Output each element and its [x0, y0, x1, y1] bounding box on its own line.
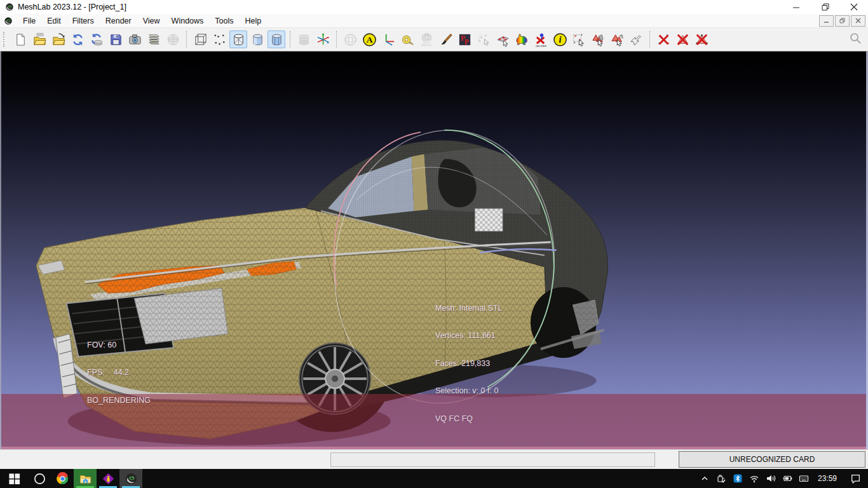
close-button[interactable] — [839, 0, 868, 14]
select-vertices-button[interactable] — [570, 30, 588, 48]
reload-all-meshes-icon — [90, 32, 104, 47]
tray-wifi-button[interactable] — [746, 469, 763, 488]
viewport-3d[interactable]: FOV: 60 FPS: 44.2 BO_RENDERING Mesh: Int… — [0, 51, 868, 449]
world-axes-icon — [316, 32, 330, 47]
menu-edit[interactable]: Edit — [41, 15, 67, 27]
georeferencing-button[interactable]: GEOREF — [532, 30, 550, 48]
point-picking-button[interactable] — [475, 30, 492, 48]
taskbar-meshlab-button[interactable] — [119, 469, 142, 488]
render-smooth-button[interactable] — [248, 30, 266, 48]
select-connected-button[interactable] — [627, 30, 645, 48]
menu-file[interactable]: File — [17, 15, 41, 27]
restore-icon — [822, 3, 829, 11]
show-layer-dialog-button[interactable] — [145, 30, 163, 48]
toolbar-separator — [336, 31, 337, 48]
hud-render-info: FOV: 60 FPS: 44.2 BO_RENDERING — [87, 322, 151, 424]
restore-button[interactable] — [811, 0, 839, 14]
save-snapshot-button[interactable] — [126, 30, 144, 48]
render-wireframe-button[interactable] — [229, 30, 247, 48]
progress-placeholder — [330, 452, 655, 467]
taskbar-purple-app-button[interactable] — [97, 469, 119, 488]
delete-faces-and-vertices-icon — [695, 32, 709, 47]
z-painting-icon — [438, 32, 453, 47]
quality-mapper-button[interactable] — [513, 30, 531, 48]
quality-mapper-icon — [515, 32, 529, 47]
meshlab-icon — [125, 472, 138, 485]
search-button[interactable] — [848, 31, 862, 48]
z-painting-button[interactable] — [437, 30, 454, 48]
show-trackball-icon — [343, 32, 358, 47]
hud-fps: FPS: 44.2 — [87, 368, 151, 377]
toolbar-drag-handle[interactable] — [3, 32, 8, 47]
mdi-restore-button[interactable] — [835, 15, 850, 27]
window-controls — [782, 0, 868, 14]
select-faces-rect-button[interactable] — [589, 30, 607, 48]
taskbar-file-explorer-button[interactable] — [74, 469, 97, 488]
minimize-button[interactable] — [782, 0, 811, 14]
menu-windows[interactable]: Windows — [166, 15, 210, 27]
new-empty-project-button[interactable] — [11, 30, 29, 48]
taskbar-apps — [0, 469, 142, 488]
select-faces-icon — [610, 32, 625, 47]
tray-power-button[interactable] — [779, 469, 796, 488]
windows-taskbar: 23:59 — [0, 469, 868, 488]
render-points-icon — [212, 32, 227, 47]
show-trackball-button[interactable] — [341, 30, 359, 48]
show-layer-dialog-icon — [147, 32, 161, 47]
menu-view[interactable]: View — [137, 15, 166, 27]
picked-points-button[interactable]: PP — [456, 30, 473, 48]
text-annotation-button[interactable]: A — [360, 30, 378, 48]
select-faces-button[interactable] — [608, 30, 626, 48]
mdi-close-button[interactable] — [851, 15, 865, 27]
mdi-restore-icon — [839, 18, 845, 24]
corner-axes-button[interactable] — [379, 30, 397, 48]
reload-mesh-button[interactable] — [69, 30, 86, 48]
render-texture-icon — [297, 32, 311, 47]
open-project-button[interactable] — [31, 30, 48, 48]
world-axes-button[interactable] — [314, 30, 332, 48]
hud-faces: Faces: 219,833 — [435, 359, 503, 369]
action-center-button[interactable] — [843, 469, 868, 488]
delete-selected-faces-button[interactable] — [674, 30, 691, 48]
tray-usb-button[interactable] — [713, 469, 729, 488]
tray-chevron-button[interactable] — [696, 469, 713, 488]
measuring-tool-button[interactable] — [398, 30, 416, 48]
mesh-info-button[interactable]: i — [551, 30, 569, 48]
hud-mesh-info: Mesh: Internal.STL Vertices: 111,661 Fac… — [435, 285, 503, 442]
taskbar-search-circle-button[interactable] — [28, 469, 51, 488]
tray-power-icon — [782, 473, 792, 484]
raster-alignment-button[interactable]: RasterAlignment — [417, 30, 435, 48]
menu-render[interactable]: Render — [100, 15, 137, 27]
render-bbox-button[interactable] — [191, 30, 209, 48]
menu-help[interactable]: Help — [240, 15, 268, 27]
delete-selected-vertices-button[interactable] — [654, 30, 672, 48]
alignment-tool-button[interactable] — [494, 30, 512, 48]
mesh-info-icon: i — [553, 32, 567, 47]
open-raster-button[interactable] — [164, 30, 182, 48]
mdi-close-icon — [855, 18, 861, 24]
point-picking-icon — [477, 32, 491, 47]
menu-bar: FileEditFiltersRenderViewWindowsToolsHel… — [0, 14, 868, 28]
taskbar-clock[interactable]: 23:59 — [812, 474, 843, 483]
menu-tools[interactable]: Tools — [209, 15, 239, 27]
delete-faces-and-vertices-button[interactable] — [693, 30, 710, 48]
select-vertices-icon — [572, 32, 587, 47]
menu-filters[interactable]: Filters — [67, 15, 100, 27]
hud-vertices: Vertices: 111,661 — [435, 331, 503, 341]
mdi-minimize-button[interactable] — [819, 15, 834, 27]
tray-bluetooth-button[interactable] — [729, 469, 746, 488]
import-mesh-button[interactable] — [50, 30, 67, 48]
render-points-button[interactable] — [210, 30, 228, 48]
mdi-document-icon — [4, 17, 13, 25]
tray-keyboard-button[interactable] — [796, 469, 812, 488]
tray-volume-button[interactable] — [763, 469, 779, 488]
taskbar-chrome-button[interactable] — [51, 469, 74, 488]
svg-text:GEOREF: GEOREF — [535, 44, 546, 46]
import-mesh-icon — [51, 32, 66, 47]
render-flat-button[interactable] — [268, 30, 285, 48]
render-texture-button[interactable] — [295, 30, 313, 48]
reload-all-meshes-button[interactable] — [88, 30, 105, 48]
measuring-tool-icon — [400, 32, 415, 47]
export-mesh-button[interactable] — [107, 30, 125, 48]
taskbar-start-button[interactable] — [0, 469, 28, 488]
